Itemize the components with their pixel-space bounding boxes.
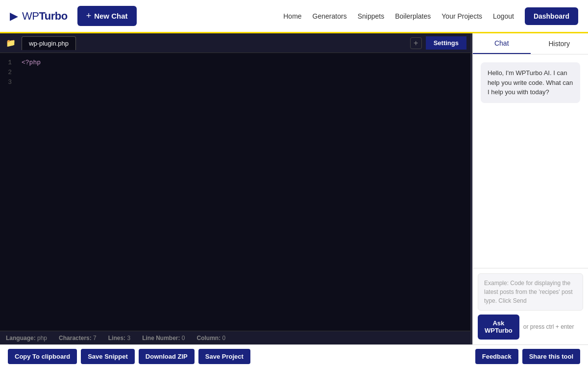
dashboard-button[interactable]: Dashboard xyxy=(525,7,578,25)
chat-input-placeholder[interactable]: Example: Code for displaying the latest … xyxy=(478,273,583,311)
plus-icon: + xyxy=(86,11,92,21)
toolbar-left: Copy To clipboard Save Snippet Download … xyxy=(8,349,250,364)
toolbar-right: Feedback Share this tool xyxy=(475,349,580,364)
header: ▶ WPTurbo + New Chat Home Generators Sni… xyxy=(0,0,588,33)
share-tool-button[interactable]: Share this tool xyxy=(522,349,580,364)
header-nav: Home Generators Snippets Boilerplates Yo… xyxy=(283,7,578,25)
header-left: ▶ WPTurbo + New Chat xyxy=(10,6,137,26)
save-project-button[interactable]: Save Project xyxy=(198,349,250,364)
status-bar: Language: php Characters: 7 Lines: 3 Lin… xyxy=(0,331,470,344)
logo-icon: ▶ xyxy=(10,10,18,23)
nav-home[interactable]: Home xyxy=(283,12,301,20)
nav-boilerplates[interactable]: Boilerplates xyxy=(395,12,431,20)
chat-messages: Hello, I'm WPTurbo AI. I can help you wr… xyxy=(473,54,588,268)
line-number-1: 1 xyxy=(4,58,12,68)
folder-icon[interactable]: 📁 xyxy=(4,36,18,50)
new-chat-label: New Chat xyxy=(94,12,127,20)
status-column: Column: 0 xyxy=(197,335,226,342)
logo-text: WPTurbo xyxy=(22,10,68,23)
status-lines: Lines: 3 xyxy=(108,335,130,342)
line-number-3: 3 xyxy=(4,78,12,87)
tab-chat[interactable]: Chat xyxy=(473,33,531,54)
chat-tabs: Chat History xyxy=(473,33,588,54)
code-textarea[interactable]: <?php xyxy=(16,53,470,331)
editor-tab-wp-plugin[interactable]: wp-plugin.php xyxy=(22,36,76,50)
save-snippet-button[interactable]: Save Snippet xyxy=(81,349,135,364)
line-numbers: 1 2 3 xyxy=(0,53,16,331)
chat-input-area: Example: Code for displaying the latest … xyxy=(473,268,588,344)
code-editor: 1 2 3 <?php xyxy=(0,53,470,331)
feedback-button[interactable]: Feedback xyxy=(475,349,518,364)
line-number-2: 2 xyxy=(4,68,12,78)
add-file-button[interactable]: + xyxy=(410,37,422,49)
status-language: Language: php xyxy=(6,335,47,342)
nav-logout[interactable]: Logout xyxy=(493,12,514,20)
ai-greeting-message: Hello, I'm WPTurbo AI. I can help you wr… xyxy=(481,62,580,103)
editor-panel: 📁 wp-plugin.php + Settings 1 2 3 <?php L… xyxy=(0,33,470,344)
new-chat-button[interactable]: + New Chat xyxy=(77,6,137,26)
main-layout: 📁 wp-plugin.php + Settings 1 2 3 <?php L… xyxy=(0,33,588,344)
chat-panel: Chat History Hello, I'm WPTurbo AI. I ca… xyxy=(472,33,588,344)
nav-your-projects[interactable]: Your Projects xyxy=(441,12,482,20)
copy-to-clipboard-button[interactable]: Copy To clipboard xyxy=(8,349,77,364)
bottom-toolbar: Copy To clipboard Save Snippet Download … xyxy=(0,344,588,368)
nav-snippets[interactable]: Snippets xyxy=(358,12,384,20)
chat-action-row: Ask WPTurbo or press ctrl + enter xyxy=(478,315,583,340)
download-zip-button[interactable]: Download ZIP xyxy=(139,349,195,364)
tab-history[interactable]: History xyxy=(531,33,588,54)
shortcut-text: or press ctrl + enter xyxy=(523,323,574,330)
status-characters: Characters: 7 xyxy=(59,335,97,342)
nav-generators[interactable]: Generators xyxy=(313,12,347,20)
ask-wpturbo-button[interactable]: Ask WPTurbo xyxy=(478,315,519,340)
editor-tabs: 📁 wp-plugin.php + Settings xyxy=(0,33,470,53)
status-line-number: Line Number: 0 xyxy=(142,335,185,342)
settings-button[interactable]: Settings xyxy=(426,36,466,50)
logo[interactable]: ▶ WPTurbo xyxy=(10,10,68,23)
